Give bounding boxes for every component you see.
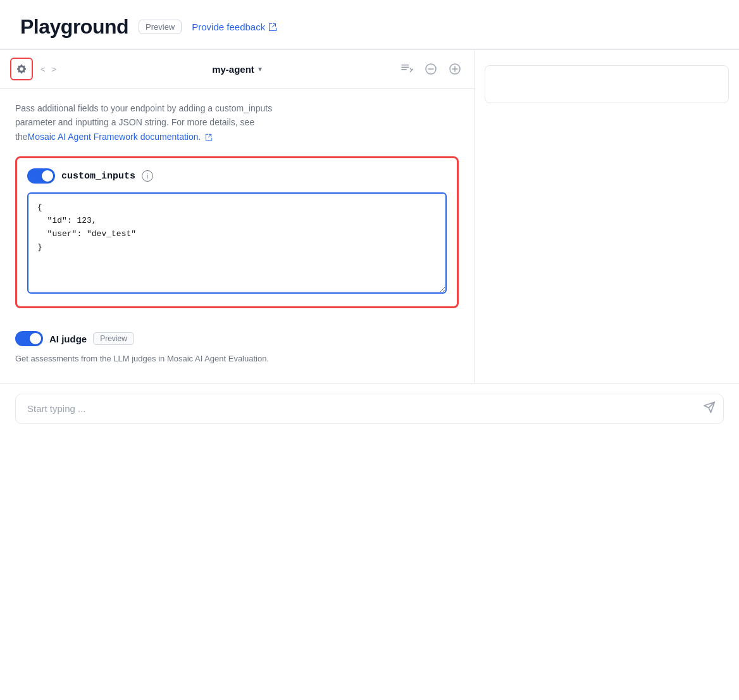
- info-description: Pass additional fields to your endpoint …: [15, 101, 459, 144]
- ai-judge-header: AI judge Preview: [15, 331, 459, 346]
- clear-button[interactable]: [398, 60, 416, 78]
- chat-input-placeholder: Start typing ...: [27, 403, 86, 414]
- clear-icon: [401, 64, 413, 74]
- ai-judge-section: AI judge Preview Get assessments from th…: [15, 321, 459, 370]
- toolbar-right: [398, 60, 464, 78]
- nav-next-button[interactable]: >: [49, 63, 59, 75]
- nav-arrows: < >: [38, 63, 59, 75]
- custom-inputs-textarea[interactable]: { "id": 123, "user": "dev_test" }: [27, 192, 447, 294]
- custom-inputs-toggle[interactable]: [27, 168, 55, 184]
- gear-icon: [16, 63, 27, 75]
- agent-selector[interactable]: my-agent ▾: [212, 64, 262, 75]
- chat-input-area: Start typing ...: [0, 383, 739, 434]
- settings-gear-button[interactable]: [10, 58, 33, 80]
- settings-panel: Pass additional fields to your endpoint …: [0, 89, 474, 383]
- panel-toolbar: < > my-agent ▾: [0, 50, 474, 89]
- right-panel: [475, 50, 739, 383]
- collapse-button[interactable]: [422, 60, 440, 78]
- external-link-icon: [268, 23, 277, 32]
- agent-name-label: my-agent: [212, 64, 254, 75]
- toggle-thumb: [42, 170, 53, 182]
- ai-judge-toggle-thumb: [30, 333, 41, 344]
- chevron-down-icon: ▾: [258, 65, 262, 73]
- ext-link-icon-inline: [203, 132, 213, 142]
- left-panel: < > my-agent ▾: [0, 50, 475, 383]
- send-button[interactable]: [703, 401, 716, 416]
- chat-input-wrapper: Start typing ...: [15, 394, 724, 424]
- custom-inputs-label: custom_inputs: [61, 171, 135, 182]
- toolbar-left: < >: [10, 58, 59, 80]
- custom-inputs-section: custom_inputs i { "id": 123, "user": "de…: [15, 156, 459, 308]
- page-header: Playground Preview Provide feedback: [0, 0, 739, 49]
- ai-judge-toggle-track: [15, 331, 43, 346]
- ai-judge-toggle[interactable]: [15, 331, 43, 346]
- ai-judge-preview-tag: Preview: [93, 332, 134, 345]
- ai-judge-label: AI judge: [49, 334, 87, 344]
- nav-prev-button[interactable]: <: [38, 63, 48, 75]
- expand-button[interactable]: [446, 60, 464, 78]
- custom-inputs-info-button[interactable]: i: [142, 170, 153, 182]
- feedback-link[interactable]: Provide feedback: [192, 22, 277, 32]
- minus-circle-icon: [425, 63, 437, 75]
- right-placeholder-box: [485, 65, 729, 103]
- right-panel-content: [475, 50, 739, 383]
- send-icon: [703, 401, 716, 413]
- custom-inputs-header: custom_inputs i: [27, 168, 447, 184]
- header-preview-badge: Preview: [139, 20, 182, 34]
- toggle-track: [27, 168, 55, 184]
- agent-framework-link[interactable]: Mosaic AI Agent Framework documentation.: [27, 132, 201, 142]
- workspace: < > my-agent ▾: [0, 50, 739, 383]
- plus-circle-icon: [449, 63, 461, 75]
- page-title: Playground: [20, 15, 128, 39]
- ai-judge-description: Get assessments from the LLM judges in M…: [15, 353, 459, 365]
